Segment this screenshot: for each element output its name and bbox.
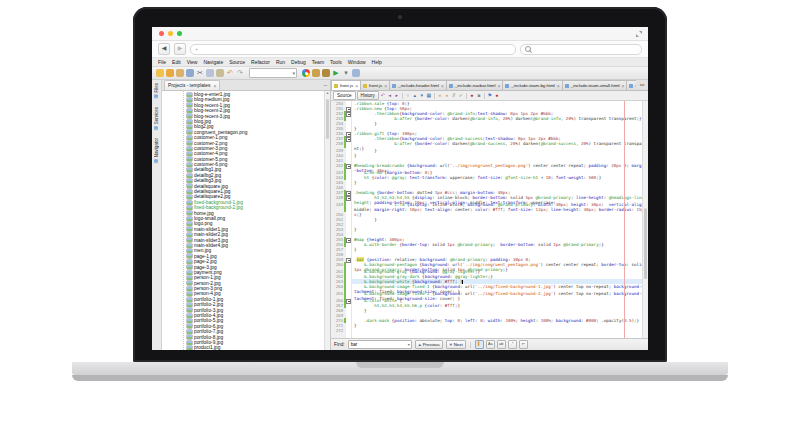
dock-tab-navigator[interactable]: Navigator xyxy=(154,138,159,163)
open-project-button[interactable] xyxy=(176,69,184,77)
browser-chrome-icon[interactable] xyxy=(302,69,310,77)
back-icon[interactable]: ◂ xyxy=(387,92,393,99)
last-edit-icon[interactable]: ↶ xyxy=(380,92,386,99)
menu-tools[interactable]: Tools xyxy=(327,59,345,65)
bookmark-icon[interactable]: ⚑ xyxy=(487,92,493,99)
close-window-button[interactable] xyxy=(159,31,164,36)
menu-view[interactable]: View xyxy=(184,59,201,65)
uncomment-icon[interactable]: ✓ xyxy=(458,92,464,99)
close-icon[interactable]: × xyxy=(384,83,387,89)
fold-icon[interactable] xyxy=(346,137,351,142)
save-all-button[interactable] xyxy=(186,69,194,77)
clean-build-button[interactable] xyxy=(322,69,330,77)
comment-icon[interactable]: // xyxy=(451,92,457,99)
find-previous-icon[interactable]: ▴ xyxy=(412,92,418,99)
address-bar[interactable]: + xyxy=(190,44,516,55)
menu-window[interactable]: Window xyxy=(345,59,369,65)
shift-left-icon[interactable]: « xyxy=(437,92,443,99)
line-number: 265 xyxy=(331,291,344,298)
profile-button[interactable] xyxy=(352,69,360,77)
minimize-window-button[interactable] xyxy=(168,31,173,36)
wrap-around-toggle[interactable]: ↩ xyxy=(519,340,528,349)
find-selection-icon[interactable]: ○ xyxy=(405,92,411,99)
ide-main-area: FilesServicesNavigator Projects - templa… xyxy=(152,80,648,350)
toggle-highlight-icon[interactable]: ▦ xyxy=(426,92,432,99)
close-icon[interactable]: × xyxy=(557,83,560,89)
match-case-toggle[interactable]: Aa xyxy=(486,340,495,349)
zoom-window-button[interactable] xyxy=(177,31,182,36)
build-button[interactable] xyxy=(312,69,320,77)
menu-help[interactable]: Help xyxy=(369,59,385,65)
editor-tab[interactable]: _include-navbar.html× xyxy=(446,80,503,90)
close-icon[interactable]: × xyxy=(355,83,358,89)
fold-icon[interactable] xyxy=(346,112,351,117)
run-dropdown[interactable]: ▾ xyxy=(342,69,350,77)
code-editor[interactable]: 230.ribbon.sale {top: 0;}231.ribbon.new … xyxy=(331,101,648,338)
close-icon[interactable]: × xyxy=(441,83,444,89)
menu-team[interactable]: Team xyxy=(309,59,327,65)
editor-tab[interactable]: _include-header.html× xyxy=(389,80,447,90)
find-previous-button[interactable]: ▲ Previous xyxy=(415,340,443,349)
highlight-results-toggle[interactable]: ▌ xyxy=(475,340,484,349)
fold-icon[interactable] xyxy=(346,238,351,243)
image-file-icon xyxy=(187,136,192,140)
new-file-button[interactable] xyxy=(156,69,164,77)
code-text: &.background-image-fixed-2 {background: … xyxy=(352,291,648,298)
view-source-button[interactable]: Source xyxy=(333,91,356,100)
tree-item[interactable]: product1.jpg xyxy=(162,345,330,350)
fold-icon[interactable] xyxy=(346,299,351,304)
editor-tab[interactable]: _include-team-small.html× xyxy=(562,80,628,90)
tab-projects[interactable]: Projects - templates × xyxy=(164,80,220,90)
fold-icon[interactable] xyxy=(346,258,351,263)
editor-tab[interactable]: front.js× xyxy=(331,80,361,90)
fold-icon[interactable] xyxy=(346,164,351,169)
find-toggle-group: ▌Aaab.*↩ xyxy=(475,340,528,349)
resize-icon[interactable] xyxy=(636,31,642,37)
close-icon[interactable]: × xyxy=(497,83,500,89)
minimize-panel-button[interactable]: – xyxy=(324,82,327,88)
menu-source[interactable]: Source xyxy=(226,59,248,65)
find-next-icon[interactable]: ▾ xyxy=(419,92,425,99)
regular-expression-toggle[interactable]: .* xyxy=(508,340,517,349)
menu-edit[interactable]: Edit xyxy=(169,59,184,65)
left-dock-strip: FilesServicesNavigator xyxy=(152,80,162,350)
fold-icon[interactable] xyxy=(346,196,351,201)
tab-scroll-buttons[interactable]: ◂▸ xyxy=(636,80,648,89)
configuration-combo[interactable] xyxy=(249,68,297,78)
browser-forward-button[interactable]: ▶ xyxy=(174,43,186,55)
menu-file[interactable]: File xyxy=(155,59,169,65)
undo-button[interactable]: ↶ xyxy=(226,69,234,77)
menu-refactor[interactable]: Refactor xyxy=(248,59,273,65)
paste-button[interactable] xyxy=(216,69,224,77)
browser-search-input[interactable] xyxy=(520,44,642,55)
menu-debug[interactable]: Debug xyxy=(288,59,309,65)
menu-run[interactable]: Run xyxy=(273,59,288,65)
view-history-button[interactable]: History xyxy=(357,91,379,100)
shift-right-icon[interactable]: » xyxy=(444,92,450,99)
find-next-button[interactable]: ▼ Next xyxy=(446,340,466,349)
menu-navigate[interactable]: Navigate xyxy=(200,59,226,65)
run-button[interactable]: ▶ xyxy=(332,69,340,77)
stop-macro-icon[interactable]: ■ xyxy=(476,92,482,99)
editor-tab[interactable]: front.js× xyxy=(360,80,390,90)
close-icon[interactable]: × xyxy=(213,83,216,89)
dock-tab-files[interactable]: Files xyxy=(154,83,159,99)
copy-button[interactable] xyxy=(206,69,214,77)
editor-scrollbar[interactable] xyxy=(642,101,648,338)
browser-back-button[interactable]: ◀ xyxy=(158,43,170,55)
forward-icon[interactable]: ▸ xyxy=(394,92,400,99)
code-line: 242#heading-breadcrumbs {background: url… xyxy=(331,163,648,170)
start-macro-icon[interactable]: ● xyxy=(469,92,475,99)
dock-tab-services[interactable]: Services xyxy=(154,107,159,130)
redo-button[interactable]: ↷ xyxy=(236,69,244,77)
breakpoint-icon[interactable]: ● xyxy=(494,92,500,99)
code-text: i.fa {display: inline-block; background:… xyxy=(352,202,648,212)
close-icon[interactable]: × xyxy=(622,83,625,89)
code-line: 238 &:after {border-color: darken(@brand… xyxy=(331,141,648,148)
tree-scrollbar[interactable]: ▲ xyxy=(324,91,330,350)
new-project-button[interactable] xyxy=(166,69,174,77)
find-input[interactable]: bar xyxy=(348,340,412,349)
editor-tab[interactable]: _include-team-bg.html× xyxy=(502,80,562,90)
whole-words-toggle[interactable]: ab xyxy=(497,340,506,349)
cut-button[interactable]: ✂ xyxy=(196,69,204,77)
